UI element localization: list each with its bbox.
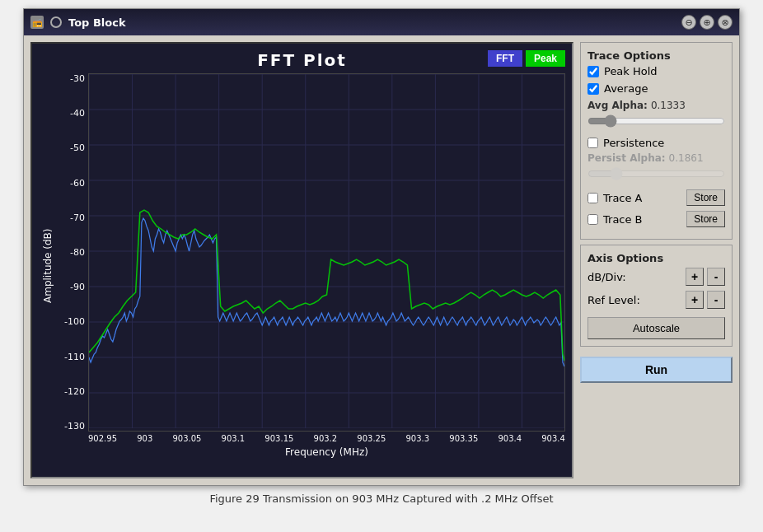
peak-button[interactable]: Peak	[526, 50, 565, 67]
persist-alpha-slider-row	[587, 167, 725, 183]
db-div-label: dB/Div:	[587, 271, 626, 283]
trace-b-store-button[interactable]: Store	[686, 211, 725, 227]
close-button[interactable]: ⊗	[718, 15, 733, 30]
y-tick: -90	[57, 282, 85, 292]
app-icon: 📻	[30, 16, 44, 29]
average-checkbox[interactable]	[587, 83, 599, 95]
figure-caption: Figure 29 Transmission on 903 MHz Captur…	[209, 492, 553, 505]
autoscale-button[interactable]: Autoscale	[587, 317, 725, 339]
ref-level-row: Ref Level: + -	[587, 291, 725, 309]
persistence-label: Persistence	[603, 137, 664, 149]
content-area: FFT Plot FFT Peak Amplitude (dB) -30 -40…	[24, 35, 739, 485]
maximize-button[interactable]: ⊕	[700, 15, 714, 30]
y-ticks: -30 -40 -50 -60 -70 -80 -90 -100 -110 -1…	[57, 73, 88, 432]
x-axis-label: Frequency (MHz)	[57, 443, 565, 458]
main-window: 📻 Top Block ⊖ ⊕ ⊗ FFT Plot FFT Peak Ampl…	[23, 8, 740, 486]
y-tick: -60	[57, 178, 85, 189]
persist-alpha-label: Persist Alpha:	[587, 152, 666, 164]
window-controls: ⊖ ⊕ ⊗	[681, 15, 733, 30]
x-tick: 903.25	[357, 434, 386, 443]
fft-button[interactable]: FFT	[488, 50, 522, 67]
trace-b-row: Trace B Store	[587, 211, 725, 227]
trace-b-label: Trace B	[603, 213, 643, 226]
avg-alpha-label: Avg Alpha:	[587, 100, 648, 111]
chart-with-yticks: -30 -40 -50 -60 -70 -80 -90 -100 -110 -1…	[57, 73, 565, 432]
minimize-button[interactable]: ⊖	[681, 15, 696, 30]
y-tick: -80	[57, 247, 85, 258]
x-tick: 903.2	[314, 434, 338, 443]
radio-indicator	[50, 16, 62, 28]
trace-options-header: Trace Options	[587, 49, 725, 62]
db-div-plus-button[interactable]: +	[686, 268, 704, 286]
avg-alpha-slider-row	[587, 114, 725, 130]
x-tick: 903	[137, 434, 152, 443]
x-tick: 903.4	[498, 434, 522, 443]
trace-b-checkbox[interactable]	[587, 214, 598, 225]
axis-options-box: Axis Options dB/Div: + - Ref Level: + - …	[580, 245, 733, 347]
trace-a-label: Trace A	[603, 192, 643, 204]
chart-svg	[88, 73, 565, 432]
y-tick: -110	[57, 352, 85, 362]
plot-buttons: FFT Peak	[488, 50, 565, 67]
plot-title: FFT Plot	[257, 50, 347, 70]
title-bar: 📻 Top Block ⊖ ⊕ ⊗	[24, 9, 739, 35]
avg-alpha-label-row: Avg Alpha: 0.1333	[587, 100, 725, 111]
y-axis-label: Amplitude (dB)	[39, 73, 57, 458]
ref-level-plus-button[interactable]: +	[686, 291, 704, 309]
x-tick: 903.1	[222, 434, 246, 443]
window-title: Top Block	[68, 16, 675, 29]
run-button[interactable]: Run	[580, 357, 733, 383]
peak-hold-checkbox[interactable]	[587, 66, 599, 77]
x-tick: 903.15	[264, 434, 293, 443]
axis-options-header: Axis Options	[587, 252, 725, 264]
plot-title-row: FFT Plot FFT Peak	[32, 44, 572, 73]
peak-hold-row: Peak Hold	[587, 65, 725, 77]
peak-hold-label: Peak Hold	[604, 65, 658, 77]
persist-alpha-row: Persist Alpha: 0.1861	[587, 152, 725, 164]
right-panel: Trace Options Peak Hold Average Avg Alph…	[580, 42, 733, 478]
x-tick: 903.35	[449, 434, 478, 443]
y-tick: -130	[57, 421, 85, 432]
chart-container: Amplitude (dB) -30 -40 -50 -60 -70 -80 -…	[32, 73, 572, 464]
x-tick: 903.4	[541, 434, 565, 443]
persistence-row: Persistence	[587, 137, 725, 149]
fft-chart	[89, 74, 564, 428]
trace-a-store-button[interactable]: Store	[686, 189, 725, 206]
avg-alpha-slider[interactable]	[587, 114, 725, 128]
persist-alpha-value: 0.1861	[669, 152, 704, 164]
average-label: Average	[604, 82, 648, 95]
plot-area: FFT Plot FFT Peak Amplitude (dB) -30 -40…	[30, 42, 573, 478]
ref-level-label: Ref Level:	[587, 294, 640, 306]
y-tick: -30	[57, 73, 85, 84]
db-div-minus-button[interactable]: -	[707, 268, 725, 286]
avg-alpha-value: 0.1333	[651, 100, 686, 111]
y-tick: -70	[57, 212, 85, 223]
trace-a-row: Trace A Store	[587, 189, 725, 206]
y-tick: -100	[57, 316, 85, 327]
y-tick: -50	[57, 142, 85, 153]
persistence-checkbox[interactable]	[587, 138, 598, 148]
ref-level-minus-button[interactable]: -	[707, 291, 725, 309]
average-row: Average	[587, 82, 725, 95]
x-tick: 903.3	[405, 434, 429, 443]
x-tick: 903.05	[172, 434, 201, 443]
chart-and-xaxis: -30 -40 -50 -60 -70 -80 -90 -100 -110 -1…	[57, 73, 565, 458]
y-tick: -40	[57, 108, 85, 119]
x-ticks: 902.95 903 903.05 903.1 903.15 903.2 903…	[57, 432, 565, 443]
trace-a-checkbox[interactable]	[587, 193, 598, 203]
x-tick: 902.95	[88, 434, 117, 443]
db-div-row: dB/Div: + -	[587, 268, 725, 286]
y-tick: -120	[57, 386, 85, 397]
persist-alpha-slider[interactable]	[587, 167, 725, 180]
trace-options-box: Trace Options Peak Hold Average Avg Alph…	[580, 42, 733, 240]
